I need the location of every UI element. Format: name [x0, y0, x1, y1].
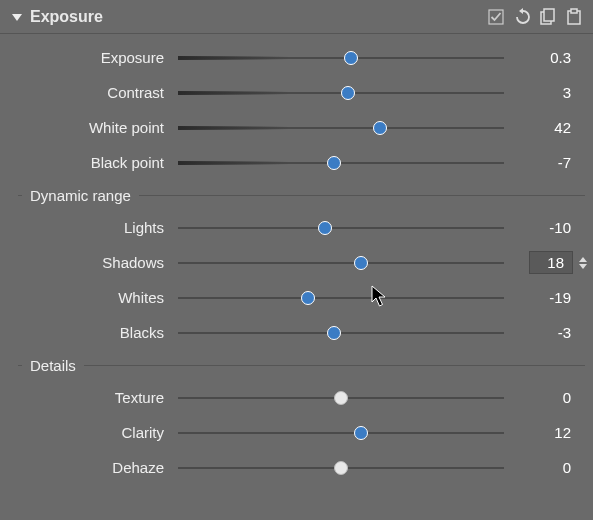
slider-track-dehaze[interactable]: [178, 450, 504, 485]
slider-label: Contrast: [0, 84, 178, 101]
slider-row-texture: Texture0: [0, 380, 593, 415]
slider-thumb-whitepoint[interactable]: [373, 121, 387, 135]
slider-thumb-whites[interactable]: [301, 291, 315, 305]
section-separator: Details: [0, 350, 593, 380]
slider-row-whitepoint: White point42: [0, 110, 593, 145]
section-separator: Dynamic range: [0, 180, 593, 210]
slider-value-whitepoint[interactable]: 42: [504, 119, 593, 136]
spinner-down-icon[interactable]: [579, 264, 587, 269]
slider-value-exposure[interactable]: 0.3: [504, 49, 593, 66]
slider-thumb-blackpoint[interactable]: [327, 156, 341, 170]
panel-header: Exposure: [0, 0, 593, 34]
slider-label: Dehaze: [0, 459, 178, 476]
slider-thumb-shadows[interactable]: [354, 256, 368, 270]
copy-icon[interactable]: [535, 4, 561, 30]
svg-rect-6: [571, 9, 577, 13]
slider-row-contrast: Contrast3: [0, 75, 593, 110]
reset-icon[interactable]: [509, 4, 535, 30]
slider-label: Exposure: [0, 49, 178, 66]
panel-title: Exposure: [30, 8, 103, 26]
slider-thumb-exposure[interactable]: [344, 51, 358, 65]
slider-value-lights[interactable]: -10: [504, 219, 593, 236]
value-spinner[interactable]: [579, 257, 587, 269]
slider-label: Whites: [0, 289, 178, 306]
slider-track-exposure[interactable]: [178, 40, 504, 75]
spinner-up-icon[interactable]: [579, 257, 587, 262]
slider-row-shadows: Shadows18: [0, 245, 593, 280]
slider-track-contrast[interactable]: [178, 75, 504, 110]
slider-track-texture[interactable]: [178, 380, 504, 415]
slider-row-whites: Whites-19: [0, 280, 593, 315]
slider-track-clarity[interactable]: [178, 415, 504, 450]
slider-value-blackpoint[interactable]: -7: [504, 154, 593, 171]
svg-marker-0: [12, 14, 22, 21]
slider-label: Clarity: [0, 424, 178, 441]
slider-row-blacks: Blacks-3: [0, 315, 593, 350]
svg-marker-2: [519, 8, 523, 14]
slider-value-texture[interactable]: 0: [504, 389, 593, 406]
slider-thumb-dehaze[interactable]: [334, 461, 348, 475]
slider-track-lights[interactable]: [178, 210, 504, 245]
section-label: Dynamic range: [30, 187, 139, 204]
slider-label: Texture: [0, 389, 178, 406]
slider-label: Blacks: [0, 324, 178, 341]
slider-row-dehaze: Dehaze0: [0, 450, 593, 485]
slider-row-lights: Lights-10: [0, 210, 593, 245]
disclosure-triangle-icon[interactable]: [10, 10, 24, 24]
svg-rect-4: [544, 9, 554, 21]
section-label: Details: [30, 357, 84, 374]
slider-track-whites[interactable]: [178, 280, 504, 315]
slider-row-exposure: Exposure0.3: [0, 40, 593, 75]
slider-value-dehaze[interactable]: 0: [504, 459, 593, 476]
slider-label: Shadows: [0, 254, 178, 271]
slider-value-whites[interactable]: -19: [504, 289, 593, 306]
slider-track-blacks[interactable]: [178, 315, 504, 350]
slider-label: Lights: [0, 219, 178, 236]
paste-icon[interactable]: [561, 4, 587, 30]
slider-thumb-lights[interactable]: [318, 221, 332, 235]
enable-checkbox[interactable]: [483, 4, 509, 30]
slider-track-shadows[interactable]: [178, 245, 504, 280]
slider-label: Black point: [0, 154, 178, 171]
slider-value-clarity[interactable]: 12: [504, 424, 593, 441]
slider-value-blacks[interactable]: -3: [504, 324, 593, 341]
slider-label: White point: [0, 119, 178, 136]
slider-thumb-blacks[interactable]: [327, 326, 341, 340]
slider-track-whitepoint[interactable]: [178, 110, 504, 145]
slider-value-shadows[interactable]: 18: [504, 251, 593, 274]
slider-thumb-texture[interactable]: [334, 391, 348, 405]
slider-thumb-clarity[interactable]: [354, 426, 368, 440]
slider-value-contrast[interactable]: 3: [504, 84, 593, 101]
slider-track-blackpoint[interactable]: [178, 145, 504, 180]
slider-row-blackpoint: Black point-7: [0, 145, 593, 180]
slider-thumb-contrast[interactable]: [341, 86, 355, 100]
slider-row-clarity: Clarity12: [0, 415, 593, 450]
